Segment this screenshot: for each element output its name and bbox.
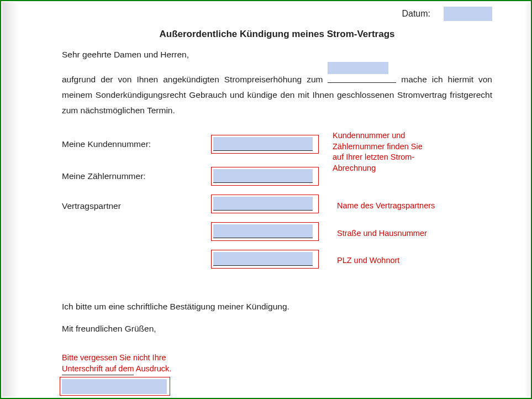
partner-street-input[interactable]	[211, 222, 319, 241]
hint-partner-plz: PLZ und Wohnort	[337, 255, 399, 266]
closing-text: Mit freundlichen Grüßen,	[62, 324, 156, 334]
partner-plz-wrap	[211, 250, 319, 269]
signature-hint: Bitte vergessen Sie nicht Ihre Unterschr…	[62, 353, 189, 374]
page-content: Datum: Außerordentliche Kündigung meines…	[62, 1, 492, 398]
hint-partner-name: Name des Vertragspartners	[337, 201, 435, 212]
hint-partner-street: Straße und Hausnummer	[337, 228, 427, 239]
partner-name-wrap	[211, 195, 319, 213]
signature-input[interactable]	[60, 377, 170, 396]
shadow-left	[2, 2, 19, 397]
signature-line	[62, 375, 134, 375]
document-frame: Datum: Außerordentliche Kündigung meines…	[0, 0, 532, 399]
partner-street-wrap	[211, 222, 319, 241]
price-increase-date-field[interactable]	[328, 72, 396, 87]
zaehlernummer-field-wrap	[211, 167, 319, 186]
zaehlernummer-label: Meine Zählernummer:	[62, 171, 211, 181]
document-title: Außerordentliche Kündigung meines Strom-…	[62, 29, 492, 40]
kundennummer-input[interactable]	[211, 135, 319, 154]
salutation: Sehr geehrte Damen und Herren,	[62, 50, 189, 60]
body-paragraph: aufgrund der von Ihnen angekündigten Str…	[62, 72, 492, 118]
vertragspartner-label: Vertragspartner	[62, 201, 211, 211]
zaehlernummer-input[interactable]	[211, 167, 319, 186]
hint-kundenzaehler: Kundennummer und Zählernummer finden Sie…	[333, 130, 432, 174]
partner-plz-input[interactable]	[211, 250, 319, 269]
vertragspartner-stack	[211, 195, 319, 277]
confirmation-text: Ich bitte um eine schriftliche Bestätigu…	[62, 302, 289, 312]
date-row: Datum:	[402, 7, 492, 21]
shadow-right	[524, 2, 530, 397]
kundennummer-field-wrap	[211, 135, 319, 154]
para-text-before: aufgrund der von Ihnen angekündigten Str…	[62, 75, 328, 84]
date-label: Datum:	[402, 9, 430, 19]
date-input[interactable]	[444, 7, 492, 21]
partner-name-input[interactable]	[211, 195, 319, 213]
kundennummer-label: Meine Kundennummer:	[62, 139, 211, 149]
